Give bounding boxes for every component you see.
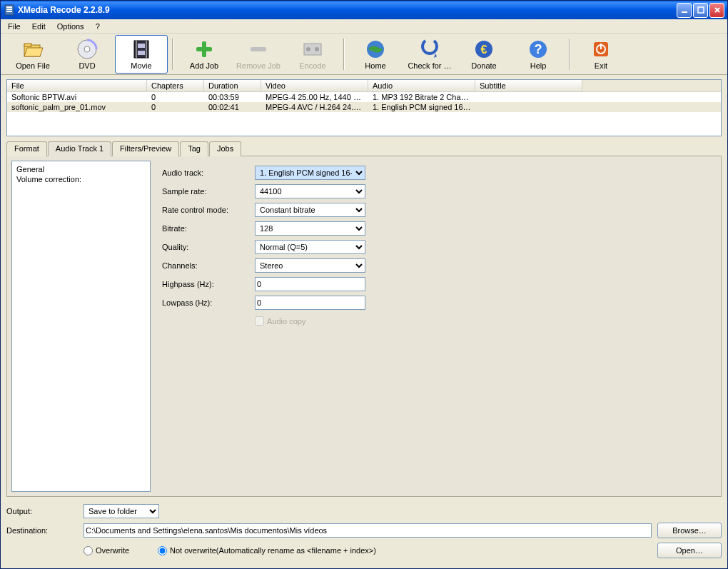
cell-subtitle bbox=[475, 92, 582, 102]
donate-label: Donate bbox=[471, 61, 496, 70]
rate-control-select[interactable]: Constant bitrate bbox=[255, 203, 365, 217]
svg-point-20 bbox=[315, 47, 319, 51]
cell-chapters: 0 bbox=[147, 92, 204, 102]
cell-file: Softonic BPTW.avi bbox=[7, 92, 147, 102]
tab-panel: General Volume correction: Audio track: … bbox=[6, 156, 722, 497]
check-button[interactable]: Check for … bbox=[403, 35, 456, 74]
dest-label: Destination: bbox=[6, 526, 84, 535]
svg-rect-14 bbox=[138, 51, 145, 55]
tab-tag[interactable]: Tag bbox=[180, 141, 208, 156]
encode-icon bbox=[301, 38, 324, 61]
svg-rect-12 bbox=[146, 41, 147, 58]
bitrate-select[interactable]: 128 bbox=[255, 221, 365, 236]
tab-jobs[interactable]: Jobs bbox=[209, 141, 241, 156]
svg-text:€: € bbox=[481, 44, 487, 56]
side-volume[interactable]: Volume correction: bbox=[15, 174, 147, 184]
menu-options[interactable]: Options bbox=[51, 21, 90, 32]
not-overwrite-radio[interactable] bbox=[158, 546, 167, 555]
output-select[interactable]: Save to folder bbox=[84, 504, 159, 518]
menu-file[interactable]: File bbox=[2, 21, 26, 32]
menu-help[interactable]: ? bbox=[90, 21, 106, 32]
quality-label: Quality: bbox=[162, 243, 255, 251]
titlebar[interactable]: XMedia Recode 2.2.8.9 bbox=[1, 1, 727, 19]
tab-filters-preview[interactable]: Filters/Preview bbox=[112, 141, 179, 156]
help-button[interactable]: ?Help bbox=[512, 35, 565, 74]
col-audio[interactable]: Audio bbox=[368, 80, 475, 91]
form-panel: Audio track: 1. English PCM signed 16-bi… bbox=[151, 161, 717, 492]
exit-label: Exit bbox=[595, 61, 607, 70]
dest-input[interactable] bbox=[84, 523, 652, 538]
highpass-input[interactable] bbox=[255, 277, 365, 291]
home-button[interactable]: Home bbox=[349, 35, 402, 74]
open-file-button[interactable]: Open File bbox=[6, 35, 59, 74]
home-icon bbox=[364, 38, 387, 61]
col-file[interactable]: File bbox=[7, 80, 147, 91]
browse-button[interactable]: Browse… bbox=[657, 523, 722, 538]
tabs-area: FormatAudio Track 1Filters/PreviewTagJob… bbox=[6, 141, 722, 497]
audio-track-select[interactable]: 1. English PCM signed 16-bit Little bbox=[255, 166, 365, 180]
audio-copy-checkbox bbox=[255, 316, 264, 326]
cell-chapters: 0 bbox=[147, 102, 204, 112]
svg-rect-4 bbox=[682, 11, 687, 13]
file-list[interactable]: File Chapters Duration Video Audio Subti… bbox=[6, 79, 722, 136]
quality-select[interactable]: Normal (Q=5) bbox=[255, 240, 365, 254]
col-duration[interactable]: Duration bbox=[204, 80, 261, 91]
channels-select[interactable]: Stereo bbox=[255, 258, 365, 273]
file-list-row[interactable]: softonic_palm_pre_01.mov000:02:41MPEG-4 … bbox=[7, 102, 721, 112]
add-job-label: Add Job bbox=[190, 61, 218, 70]
donate-button[interactable]: €Donate bbox=[457, 35, 510, 74]
svg-rect-5 bbox=[698, 7, 704, 13]
minimize-button[interactable] bbox=[677, 3, 692, 18]
svg-rect-11 bbox=[136, 41, 137, 58]
file-list-row[interactable]: Softonic BPTW.avi000:03:59MPEG-4 25.00 H… bbox=[7, 92, 721, 102]
open-button[interactable]: Open… bbox=[657, 543, 722, 558]
menu-edit[interactable]: Edit bbox=[26, 21, 51, 32]
svg-rect-7 bbox=[24, 44, 31, 46]
dvd-icon bbox=[76, 38, 98, 61]
bitrate-label: Bitrate: bbox=[162, 224, 255, 233]
channels-label: Channels: bbox=[162, 261, 255, 270]
side-panel[interactable]: General Volume correction: bbox=[11, 161, 151, 492]
lowpass-input[interactable] bbox=[255, 296, 365, 310]
svg-rect-28 bbox=[600, 44, 602, 49]
tab-audio-track-1[interactable]: Audio Track 1 bbox=[48, 141, 111, 156]
add-job-icon bbox=[193, 38, 216, 61]
svg-rect-13 bbox=[138, 44, 145, 48]
col-video[interactable]: Video bbox=[261, 80, 368, 91]
donate-icon: € bbox=[472, 38, 495, 61]
tab-format[interactable]: Format bbox=[6, 141, 47, 156]
remove-job-label: Remove Job bbox=[236, 61, 280, 70]
toolbar: Open FileDVDMovieAdd JobRemove JobEncode… bbox=[1, 34, 727, 75]
maximize-button[interactable] bbox=[693, 3, 708, 18]
toolbar-separator bbox=[569, 39, 570, 70]
home-label: Home bbox=[365, 61, 385, 70]
movie-button[interactable]: Movie bbox=[115, 35, 168, 74]
exit-button[interactable]: Exit bbox=[575, 35, 627, 74]
help-icon: ? bbox=[527, 38, 550, 61]
not-overwrite-radio-label[interactable]: Not overwrite(Automatically rename as <f… bbox=[158, 546, 376, 555]
col-subtitle[interactable]: Subtitle bbox=[475, 80, 582, 91]
cell-audio: 1. English PCM signed 16-… bbox=[368, 102, 475, 112]
open-file-label: Open File bbox=[16, 61, 50, 70]
add-job-button[interactable]: Add Job bbox=[178, 35, 231, 74]
cell-duration: 00:02:41 bbox=[204, 102, 261, 112]
sample-rate-label: Sample rate: bbox=[162, 187, 255, 196]
sample-rate-select[interactable]: 44100 bbox=[255, 184, 365, 198]
remove-job-icon bbox=[247, 38, 270, 61]
close-button[interactable] bbox=[709, 3, 724, 18]
cell-video: MPEG-4 AVC / H.264 24.0… bbox=[261, 102, 368, 112]
app-icon bbox=[4, 4, 15, 16]
col-chapters[interactable]: Chapters bbox=[147, 80, 204, 91]
svg-point-9 bbox=[84, 46, 90, 52]
svg-rect-17 bbox=[251, 47, 266, 51]
check-label: Check for … bbox=[408, 61, 451, 70]
svg-rect-2 bbox=[6, 9, 12, 10]
dvd-button[interactable]: DVD bbox=[61, 35, 113, 74]
content-area: File Chapters Duration Video Audio Subti… bbox=[1, 75, 727, 501]
overwrite-radio-label[interactable]: Overwrite bbox=[84, 546, 129, 555]
svg-rect-1 bbox=[6, 6, 12, 8]
side-general[interactable]: General bbox=[15, 164, 147, 174]
overwrite-radio[interactable] bbox=[84, 546, 93, 555]
cell-video: MPEG-4 25.00 Hz, 1440 x … bbox=[261, 92, 368, 102]
highpass-label: Highpass (Hz): bbox=[162, 280, 255, 288]
